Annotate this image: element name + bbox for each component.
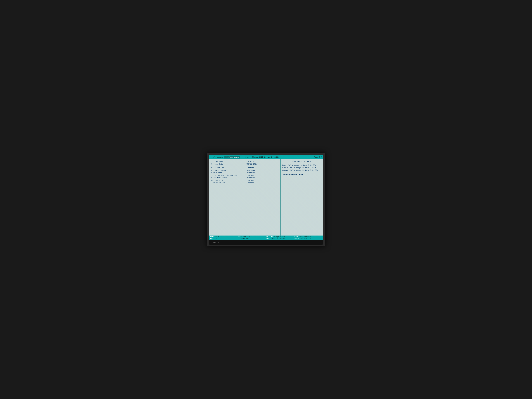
setting-value-system-date[interactable]: [06/25/2021] — [246, 163, 259, 165]
key-fn-f10: Fn+F10 — [294, 238, 299, 240]
desc-select-item: Select Item — [241, 236, 250, 238]
setting-value-bios-back-flash[interactable]: [Disabled] — [246, 177, 256, 179]
help-line-2: Second: Valid range is from 0 to 59. — [282, 169, 321, 172]
setting-row-wireless-lan: Wireless LAN [Enabled] — [211, 167, 278, 169]
laptop-bezel: Information Configuration Security Boot … — [207, 153, 325, 246]
desc-setup-defaults: Setup Defaults — [299, 236, 311, 238]
key-updown: ↑↓ — [238, 236, 240, 238]
status-item-save-exit: Fn+F10 Save and Exit — [294, 238, 322, 240]
setting-label-bios-back-flash: BIOS Back Flash — [211, 177, 246, 179]
status-item-enter: Enter Select ▶ SubMenu — [266, 238, 294, 240]
status-item-setup-defaults: Fn+F9 Setup Defaults — [294, 236, 322, 238]
setting-value-power-beep[interactable]: [Disabled] — [246, 172, 256, 174]
lenovo-logo: lenovo — [212, 241, 221, 244]
setting-label-intel-vt: Intel Virtual Technology — [211, 174, 246, 176]
desc-change-values: Change Values — [274, 236, 285, 238]
key-esc: Esc — [210, 238, 213, 240]
setting-value-wireless-lan[interactable]: [Enabled] — [246, 167, 255, 169]
setting-row-hotkey-mode: HotKey Mode [Enabled] — [211, 179, 278, 181]
setting-value-always-on-usb[interactable]: [Enabled] — [246, 182, 255, 184]
setting-value-intel-vt[interactable]: [Enabled] — [246, 174, 255, 176]
status-item-select-menu: ↔ Select Menu — [238, 238, 266, 240]
help-panel: Item Specific Help Hour: Valid range is … — [280, 159, 323, 235]
main-panel: System Time [13:15:02] System Date [06/2… — [209, 159, 280, 235]
lenovo-bar: lenovo — [209, 240, 323, 245]
key-leftright: ↔ — [238, 238, 239, 240]
key-fn-f5-f6: Fn+F5/F6 — [266, 236, 273, 238]
key-enter: Enter — [266, 238, 270, 240]
setting-label-always-on-usb: Always On USB — [211, 182, 246, 184]
status-section-1: ↑↓ Select Item ↔ Select Menu — [238, 236, 266, 240]
setting-value-system-time[interactable]: [13:15:02] — [246, 161, 256, 163]
setting-label-power-beep: Power Beep — [211, 172, 246, 174]
revision-label: Rev. 5.0 — [314, 156, 322, 158]
menu-bar: Information Configuration Security Boot … — [209, 155, 323, 159]
desc-submenu: Select ▶ SubMenu — [271, 238, 285, 240]
setting-row-system-date: System Date [06/25/2021] — [211, 163, 278, 165]
status-section-2: Fn+F5/F6 Change Values Enter Select ▶ Su… — [266, 236, 294, 240]
menu-item-security[interactable]: Security — [240, 156, 251, 158]
status-section-0: Fn+F1 Help Esc Exit — [210, 236, 238, 240]
help-text: Hour: Valid range is from 0 to 23. Minut… — [282, 164, 321, 176]
key-fn-f1: Fn+F1 — [210, 236, 215, 238]
status-item-change-values: Fn+F5/F6 Change Values — [266, 236, 294, 238]
help-line-4: Increase/Reduce: F6/F5 — [282, 173, 321, 176]
screen: Information Configuration Security Boot … — [209, 155, 323, 240]
status-item-select-item: ↑↓ Select Item — [238, 236, 266, 238]
status-item-exit: Esc Exit — [210, 238, 238, 240]
desc-save-exit: Save and Exit — [300, 238, 311, 240]
setting-label-system-date: System Date — [211, 163, 246, 165]
key-fn-f9: Fn+F9 — [294, 236, 298, 238]
setting-row-always-on-usb: Always On USB [Enabled] — [211, 182, 278, 184]
status-bar: Fn+F1 Help Esc Exit ↑↓ Select Item ↔ Sel… — [209, 235, 323, 240]
setting-row-intel-vt: Intel Virtual Technology [Enabled] — [211, 174, 278, 176]
desc-help: Help — [215, 236, 219, 238]
bios-title: InsydeH2O Setup Utility — [253, 156, 279, 158]
setting-label-wireless-lan: Wireless LAN — [211, 167, 246, 169]
status-item-help: Fn+F1 Help — [210, 236, 238, 238]
setting-label-system-time: System Time — [211, 161, 246, 163]
setting-value-hotkey-mode[interactable]: [Enabled] — [246, 179, 255, 181]
setting-row-bios-back-flash: BIOS Back Flash [Disabled] — [211, 177, 278, 179]
help-title: Item Specific Help — [282, 161, 321, 163]
setting-row-power-beep: Power Beep [Disabled] — [211, 172, 278, 174]
content-area: System Time [13:15:02] System Date [06/2… — [209, 159, 323, 235]
desc-exit: Exit — [214, 238, 217, 240]
setting-label-graphic-device: Graphic Device — [211, 169, 246, 171]
status-section-3: Fn+F9 Setup Defaults Fn+F10 Save and Exi… — [294, 236, 322, 240]
setting-row-system-time: System Time [13:15:02] — [211, 161, 278, 163]
setting-row-graphic-device: Graphic Device [Discrete] — [211, 169, 278, 171]
setting-value-graphic-device[interactable]: [Discrete] — [246, 169, 256, 171]
help-line-0: Hour: Valid range is from 0 to 23. — [282, 164, 321, 167]
help-line-1: Minute: Valid range is from 0 to 59. — [282, 167, 321, 169]
menu-item-information[interactable]: Information — [210, 156, 224, 158]
setting-label-hotkey-mode: HotKey Mode — [211, 179, 246, 181]
menu-item-configuration[interactable]: Configuration — [224, 156, 240, 158]
desc-select-menu: Select Menu — [240, 238, 249, 240]
